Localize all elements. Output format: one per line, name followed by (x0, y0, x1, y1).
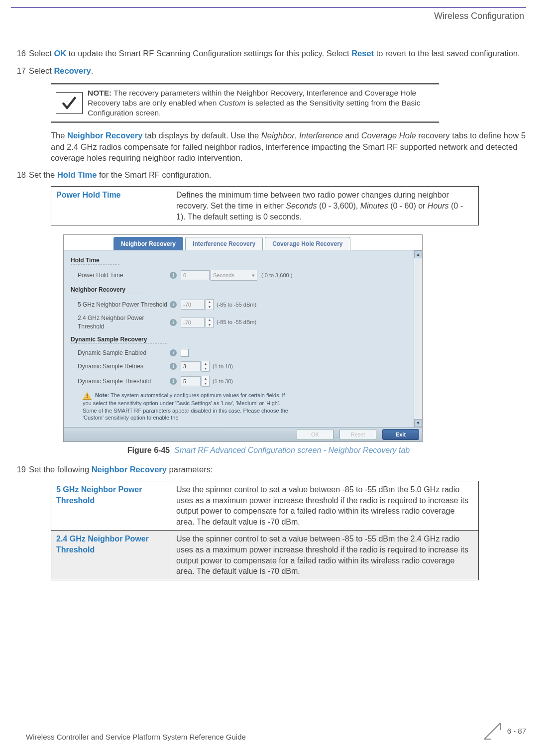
group-hold-time: Hold Time (71, 256, 119, 265)
text: (0 - 60) or (388, 202, 428, 210)
range-hint: (1 to 10) (213, 363, 233, 370)
step-number: 16 (11, 48, 29, 59)
dynamic-retries-input[interactable]: 3 (181, 361, 201, 371)
step-body: Select Recovery. (29, 65, 526, 76)
scroll-up-icon[interactable]: ▲ (414, 250, 422, 258)
tab-coverage-hole-recovery[interactable]: Coverage Hole Recovery (265, 237, 350, 250)
field-24ghz-threshold: 2.4 GHz Neighbor Power Threshold i -70 ▲… (78, 314, 416, 330)
field-label: 2.4 GHz Neighbor Power Threshold (78, 314, 170, 330)
scroll-down-icon[interactable]: ▼ (414, 419, 422, 427)
text: . (91, 66, 94, 75)
dynamic-enabled-checkbox[interactable] (181, 349, 189, 357)
text: for the Smart RF configuration. (97, 170, 211, 179)
param-label: 2.4 GHz Neighbor Power Threshold (51, 531, 171, 580)
power-hold-time-input[interactable]: 0 (181, 270, 210, 280)
dialog-footer: OK Reset Exit (64, 427, 422, 441)
field-power-hold-time: Power Hold Time i 0 Seconds▾ ( 0 to 3,60… (78, 270, 416, 281)
tab-neighbor-recovery[interactable]: Neighbor Recovery (113, 237, 183, 250)
step-body: Select OK to update the Smart RF Scannin… (29, 48, 526, 59)
info-icon[interactable]: i (170, 349, 177, 356)
chapter-title: Wireless Configuration (11, 10, 526, 22)
checkmark-icon (56, 92, 83, 114)
inner-note: ! Note: The system automatically configu… (83, 392, 292, 421)
inner-note-text: The system automatically configures opti… (83, 392, 288, 421)
text-italic: Hours (428, 202, 449, 210)
time-unit-select[interactable]: Seconds▾ (211, 270, 257, 281)
step-number: 18 (11, 169, 29, 180)
info-icon[interactable]: i (170, 272, 177, 279)
info-icon[interactable]: i (170, 378, 177, 385)
select-value: Seconds (213, 270, 234, 280)
text: to update the Smart RF Scanning Configur… (66, 49, 351, 58)
paragraph: The Neighbor Recovery tab displays by de… (29, 130, 526, 163)
spinner-control[interactable]: ▲▼ (206, 317, 214, 328)
spinner-control[interactable]: ▲▼ (206, 299, 214, 310)
figure-desc: Smart RF Advanced Configuration screen -… (174, 446, 410, 454)
step-number: 19 (11, 464, 29, 475)
step-body: Set the Hold Time for the Smart RF confi… (29, 169, 526, 180)
scrollbar[interactable]: ▲ ▼ (414, 250, 422, 427)
note-callout: NOTE: The recovery parameters within the… (51, 83, 439, 123)
text-italic: Interference (299, 131, 343, 140)
text: (0 - 3,600), (317, 202, 360, 210)
field-5ghz-threshold: 5 GHz Neighbor Power Threshold i -70 ▲▼ … (78, 299, 416, 310)
tab-bar: Neighbor Recovery Interference Recovery … (64, 235, 422, 250)
group-neighbor-recovery: Neighbor Recovery (71, 286, 145, 294)
step-16: 16 Select OK to update the Smart RF Scan… (11, 48, 526, 59)
recovery-ref: Recovery (54, 66, 91, 75)
step-number: 17 (11, 65, 29, 76)
field-label: Dynamic Sample Enabled (78, 349, 170, 357)
range-hint: (-85 to -55 dBm) (217, 319, 256, 326)
text: Select (29, 49, 54, 58)
text: tab displays by default. Use the (142, 131, 261, 140)
text-italic: Coverage Hole (361, 131, 416, 140)
step-body: Set the following Neighbor Recovery para… (29, 464, 526, 475)
range-hint: (-85 to -55 dBm) (217, 301, 256, 309)
text-italic: Minutes (360, 202, 388, 210)
note-text: NOTE: The recovery parameters within the… (88, 88, 439, 118)
field-label: Dynamic Sample Retries (78, 362, 170, 370)
param-label: 5 GHz Neighbor Power Threshold (51, 481, 171, 530)
group-dynamic-sample: Dynamic Sample Recovery (71, 335, 167, 344)
tab-interference-recovery[interactable]: Interference Recovery (185, 237, 263, 250)
ok-button[interactable]: OK (297, 429, 334, 440)
param-desc: Use the spinner control to set a value b… (171, 531, 479, 580)
text: parameters: (167, 465, 213, 474)
figure-label: Figure 6-45 (127, 446, 170, 454)
hold-time-ref: Hold Time (57, 170, 97, 179)
text-italic: Seconds (286, 202, 317, 210)
footer-guide-title: Wireless Controller and Service Platform… (26, 732, 246, 742)
info-icon[interactable]: i (170, 319, 177, 326)
range-hint: (1 to 30) (213, 378, 233, 385)
reset-ref: Reset (351, 49, 374, 58)
text: The (51, 131, 67, 140)
exit-button[interactable]: Exit (382, 429, 419, 440)
threshold-5ghz-input[interactable]: -70 (181, 300, 205, 310)
step-19: 19 Set the following Neighbor Recovery p… (11, 464, 526, 475)
reset-button[interactable]: Reset (339, 429, 376, 440)
text: , (295, 131, 299, 140)
param-desc: Defines the minimum time between two rad… (171, 187, 479, 225)
page-corner-icon (481, 720, 503, 742)
step-18: 18 Set the Hold Time for the Smart RF co… (11, 169, 526, 180)
text: Select (29, 66, 54, 75)
text: and (343, 131, 361, 140)
hold-time-table: Power Hold Time Defines the minimum time… (51, 186, 479, 225)
field-label: 5 GHz Neighbor Power Threshold (78, 301, 170, 309)
neighbor-recovery-ref: Neighbor Recovery (92, 465, 167, 474)
chevron-down-icon: ▾ (252, 270, 255, 280)
text: to revert to the last saved configuratio… (374, 49, 520, 58)
info-icon[interactable]: i (170, 363, 177, 370)
threshold-24ghz-input[interactable]: -70 (181, 318, 205, 327)
page-footer: Wireless Controller and Service Platform… (26, 720, 526, 742)
inner-note-label: Note: (95, 392, 109, 398)
page-top-rule (11, 7, 526, 8)
figure-caption: Figure 6-45 Smart RF Advanced Configurat… (11, 445, 526, 456)
info-icon[interactable]: i (170, 301, 177, 308)
neighbor-recovery-ref: Neighbor Recovery (67, 131, 142, 140)
spinner-control[interactable]: ▲▼ (202, 376, 210, 387)
text: Set the (29, 170, 57, 179)
spinner-control[interactable]: ▲▼ (202, 361, 210, 372)
field-dynamic-threshold: Dynamic Sample Threshold i 5 ▲▼ (1 to 30… (78, 376, 416, 387)
dynamic-threshold-input[interactable]: 5 (181, 376, 201, 386)
